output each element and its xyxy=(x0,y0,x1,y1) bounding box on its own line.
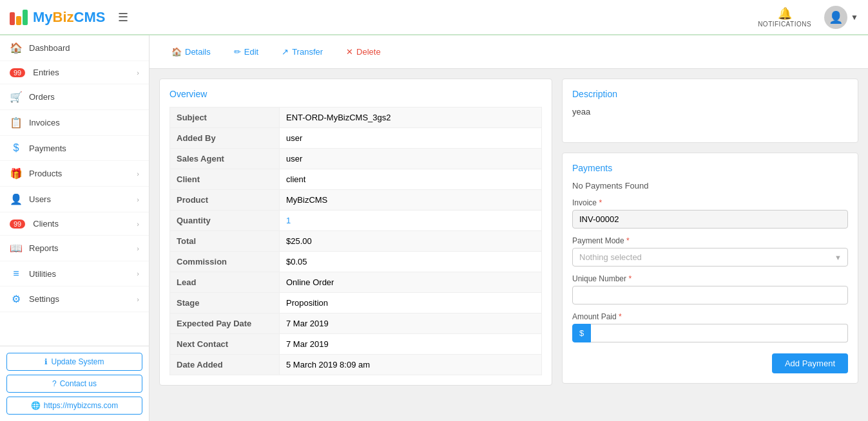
edit-label: Edit xyxy=(244,47,258,57)
sidebar-item-entries[interactable]: 99 Entries › xyxy=(0,61,149,84)
bell-icon: 🔔 xyxy=(778,6,792,21)
sidebar-label-payments: Payments xyxy=(29,144,139,153)
sidebar-item-settings[interactable]: ⚙ Settings › xyxy=(0,286,149,312)
panel-right: Description yeaa Payments No Payments Fo… xyxy=(562,79,858,386)
overview-card: Overview SubjectENT-ORD-MyBizCMS_3gs2Add… xyxy=(159,79,552,386)
overview-field-label: Added By xyxy=(170,128,280,149)
overview-field-value: MyBizCMS xyxy=(280,190,542,210)
update-system-button[interactable]: ℹ Update System xyxy=(6,353,142,371)
brand-biz: Biz xyxy=(53,9,74,25)
contact-us-button[interactable]: ? Contact us xyxy=(6,375,142,393)
entries-badge: 99 xyxy=(10,68,25,77)
quantity-link[interactable]: 1 xyxy=(286,216,291,225)
home-small-icon: 🏠 xyxy=(171,47,182,57)
chevron-right-icon-utilities: › xyxy=(137,270,139,277)
amount-input-group: $ xyxy=(572,324,848,342)
chevron-right-icon-reports: › xyxy=(137,245,139,252)
website-button[interactable]: 🌐 https://mybizcms.com xyxy=(6,397,142,415)
overview-field-label: Expected Pay Date xyxy=(170,313,280,334)
overview-field-label: Next Contact xyxy=(170,334,280,355)
overview-field-label: Subject xyxy=(170,108,280,128)
bar-green xyxy=(23,10,28,25)
invoice-input[interactable] xyxy=(572,210,848,229)
sidebar-item-orders[interactable]: 🛒 Orders xyxy=(0,84,149,110)
unique-number-input[interactable] xyxy=(572,286,848,304)
payment-mode-label-text: Payment Mode xyxy=(572,236,624,245)
sidebar-item-dashboard[interactable]: 🏠 Dashboard xyxy=(0,35,149,61)
sidebar-label-utilities: Utilities xyxy=(29,269,130,279)
sidebar-label-reports: Reports xyxy=(29,243,130,253)
x-icon: ✕ xyxy=(346,47,353,57)
sidebar-item-payments[interactable]: $ Payments xyxy=(0,136,149,161)
contact-label: Contact us xyxy=(60,379,97,388)
amount-paid-group: Amount Paid * $ xyxy=(572,312,848,342)
pencil-icon: ✏ xyxy=(234,47,241,57)
amount-paid-input[interactable] xyxy=(591,324,848,342)
bar-orange xyxy=(16,16,21,25)
panel-left: Overview SubjectENT-ORD-MyBizCMS_3gs2Add… xyxy=(159,79,552,386)
website-label: https://mybizcms.com xyxy=(44,401,118,410)
sidebar-item-utilities[interactable]: ≡ Utilities › xyxy=(0,261,149,286)
delete-label: Delete xyxy=(356,47,381,57)
overview-field-label: Lead xyxy=(170,272,280,293)
overview-field-label: Sales Agent xyxy=(170,149,280,169)
sidebar-label-products: Products xyxy=(29,169,130,178)
sidebar-label-clients: Clients xyxy=(33,219,130,229)
avatar: 👤 xyxy=(824,6,847,29)
unique-number-label-text: Unique Number xyxy=(572,274,626,283)
invoice-label: Invoice * xyxy=(572,198,848,207)
payment-mode-group: Payment Mode * Nothing selected ▼ xyxy=(572,236,848,267)
overview-field-value: client xyxy=(280,169,542,190)
overview-field-value: 7 Mar 2019 xyxy=(280,313,542,334)
overview-field-label: Commission xyxy=(170,252,280,272)
overview-field-value: 1 xyxy=(280,210,542,231)
transfer-icon: ↗ xyxy=(282,47,289,57)
invoice-icon: 📋 xyxy=(10,117,23,129)
payment-mode-select[interactable]: Nothing selected xyxy=(572,248,848,267)
notifications-button[interactable]: 🔔 NOTIFICATIONS xyxy=(758,6,811,28)
overview-field-label: Product xyxy=(170,190,280,210)
globe-icon: 🌐 xyxy=(31,401,41,410)
hamburger-button[interactable]: ☰ xyxy=(118,10,128,24)
transfer-button[interactable]: ↗ Transfer xyxy=(273,43,332,61)
invoice-label-text: Invoice xyxy=(572,198,597,207)
user-menu[interactable]: 👤 ▼ xyxy=(824,6,858,29)
amount-paid-label-text: Amount Paid xyxy=(572,312,617,321)
sidebar-label-users: Users xyxy=(29,194,130,204)
sidebar-item-reports[interactable]: 📖 Reports › xyxy=(0,236,149,261)
transfer-label: Transfer xyxy=(292,47,323,57)
edit-button[interactable]: ✏ Edit xyxy=(225,43,267,61)
book-icon: 📖 xyxy=(10,242,23,254)
sidebar-label-orders: Orders xyxy=(29,92,139,102)
sidebar-item-invoices[interactable]: 📋 Invoices xyxy=(0,110,149,136)
utilities-icon: ≡ xyxy=(10,268,23,279)
delete-button[interactable]: ✕ Delete xyxy=(337,43,390,61)
sidebar-item-products[interactable]: 🎁 Products › xyxy=(0,161,149,187)
cart-icon: 🛒 xyxy=(10,91,23,103)
chevron-right-icon-products: › xyxy=(137,170,139,178)
payment-mode-select-wrapper: Nothing selected ▼ xyxy=(572,248,848,267)
description-text: yeaa xyxy=(572,107,848,133)
overview-field-value: 7 Mar 2019 xyxy=(280,334,542,355)
details-button[interactable]: 🏠 Details xyxy=(162,43,220,61)
add-payment-button[interactable]: Add Payment xyxy=(772,353,848,373)
chevron-right-icon-users: › xyxy=(137,196,139,203)
overview-table: SubjectENT-ORD-MyBizCMS_3gs2Added Byuser… xyxy=(169,107,542,375)
info-icon: ℹ xyxy=(44,357,48,366)
dollar-prefix: $ xyxy=(572,324,591,342)
sidebar-item-clients[interactable]: 99 Clients › xyxy=(0,212,149,236)
overview-field-value: user xyxy=(280,149,542,169)
action-toolbar: 🏠 Details ✏ Edit ↗ Transfer ✕ Delete xyxy=(149,35,868,69)
main-layout: 🏠 Dashboard 99 Entries › 🛒 Orders 📋 Invo… xyxy=(0,35,868,421)
description-card: Description yeaa xyxy=(562,79,858,143)
home-icon: 🏠 xyxy=(10,42,23,54)
sidebar-item-users[interactable]: 👤 Users › xyxy=(0,187,149,212)
navbar: MyBizCMS ☰ 🔔 NOTIFICATIONS 👤 ▼ xyxy=(0,0,868,35)
details-label: Details xyxy=(185,47,211,57)
sidebar-footer: ℹ Update System ? Contact us 🌐 https://m… xyxy=(0,346,149,421)
user-icon: 👤 xyxy=(10,193,23,205)
clients-badge: 99 xyxy=(10,220,25,229)
chevron-right-icon-settings: › xyxy=(137,295,139,303)
unique-number-group: Unique Number * xyxy=(572,274,848,304)
overview-field-label: Total xyxy=(170,231,280,252)
